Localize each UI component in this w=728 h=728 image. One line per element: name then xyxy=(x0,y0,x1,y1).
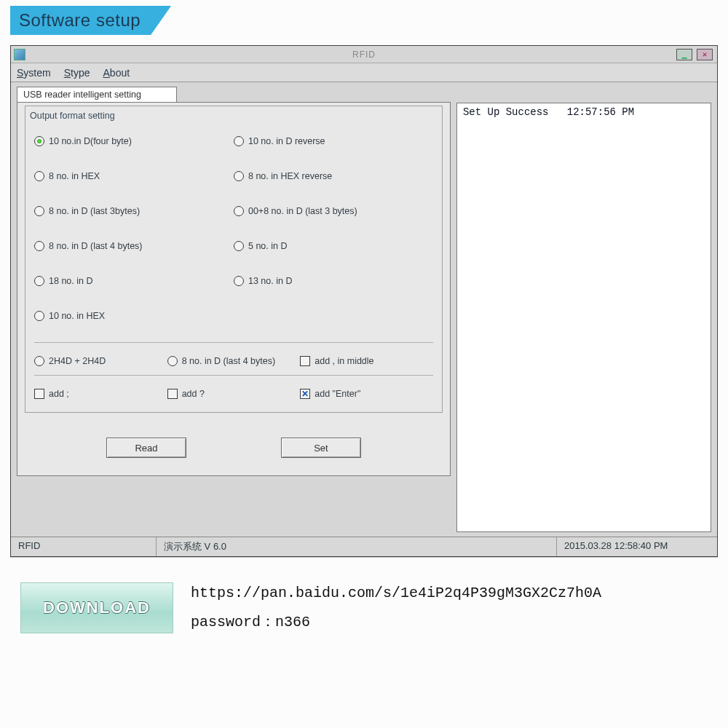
minimize-button[interactable]: ▁ xyxy=(676,49,692,60)
password-label: password： xyxy=(191,614,275,630)
check-add-comma-middle[interactable] xyxy=(300,356,310,366)
password-value: n366 xyxy=(275,614,310,630)
read-button[interactable]: Read xyxy=(106,438,186,458)
menu-system[interactable]: System xyxy=(17,67,51,79)
menubar: System Stype About xyxy=(11,63,717,82)
radio-label: 10 no. in HEX xyxy=(49,311,105,321)
download-url: https://pan.baidu.com/s/1e4iP2q4P39gM3GX… xyxy=(191,579,601,608)
panel-main: Output format setting 10 no.in D(four by… xyxy=(17,102,451,476)
radio-label: 8 no. in D (last 4 bytes) xyxy=(182,356,276,366)
window-title: RFID xyxy=(352,50,376,60)
radio-10d-reverse[interactable] xyxy=(234,136,244,146)
radio-13d[interactable] xyxy=(234,276,244,286)
radio-10d-4byte[interactable] xyxy=(34,136,44,146)
check-label: add , in middle xyxy=(314,356,373,366)
check-add-qmark[interactable] xyxy=(167,389,178,399)
radio-00-8d-last3[interactable] xyxy=(234,206,244,216)
menu-stype[interactable]: Stype xyxy=(64,67,90,79)
radio-8d-last3[interactable] xyxy=(34,206,44,216)
status-mid: 演示系统 V 6.0 xyxy=(157,537,557,556)
window-buttons: ▁ ✕ xyxy=(676,49,717,60)
check-add-enter[interactable]: ✕ xyxy=(300,389,310,399)
check-add-semicolon[interactable] xyxy=(34,389,44,399)
download-info: https://pan.baidu.com/s/1e4iP2q4P39gM3GX… xyxy=(191,579,601,637)
radio-label: 13 no. in D xyxy=(248,276,292,286)
radio-10hex[interactable] xyxy=(34,311,44,321)
group-output-format: Output format setting 10 no.in D(four by… xyxy=(25,106,443,413)
radio-5d[interactable] xyxy=(234,241,244,251)
status-left: RFID xyxy=(11,537,157,556)
app-icon xyxy=(14,49,25,60)
radio-label: 8 no. in D (last 4 bytes) xyxy=(49,241,143,251)
app-window: RFID ▁ ✕ System Stype About USB reader i… xyxy=(10,45,718,557)
radio-label: 00+8 no. in D (last 3 bytes) xyxy=(248,206,357,216)
radio-label: 8 no. in D (last 3bytes) xyxy=(49,206,140,216)
check-label: add ; xyxy=(49,389,69,399)
close-button[interactable]: ✕ xyxy=(697,49,713,60)
radio-label: 8 no. in HEX reverse xyxy=(248,171,332,181)
radio-18d[interactable] xyxy=(34,276,44,286)
radio-8hex[interactable] xyxy=(34,171,44,181)
status-right: 2015.03.28 12:58:40 PM xyxy=(557,537,717,556)
radio-label: 10 no.in D(four byte) xyxy=(49,136,132,146)
section-heading: Software setup xyxy=(10,6,171,35)
download-button[interactable]: DOWNLOAD xyxy=(20,582,173,633)
section-heading-text: Software setup xyxy=(10,6,171,35)
radio-2h4d-2h4d[interactable] xyxy=(34,356,44,366)
log-time: 12:57:56 PM xyxy=(567,106,634,529)
log-panel: Set Up Success 12:57:56 PM xyxy=(456,103,711,532)
check-label: add ? xyxy=(182,389,205,399)
radio-8d-last4b[interactable] xyxy=(167,356,178,366)
radio-label: 8 no. in HEX xyxy=(49,171,100,181)
menu-about[interactable]: About xyxy=(103,67,130,79)
set-button[interactable]: Set xyxy=(281,438,361,458)
radio-label: 10 no. in D reverse xyxy=(248,136,325,146)
radio-8hex-reverse[interactable] xyxy=(234,171,244,181)
statusbar: RFID 演示系统 V 6.0 2015.03.28 12:58:40 PM xyxy=(11,537,717,556)
radio-8d-last4[interactable] xyxy=(34,241,44,251)
tab-usb-reader[interactable]: USB reader intelligent setting xyxy=(17,87,177,102)
group-title: Output format setting xyxy=(25,111,442,124)
check-label: add "Enter" xyxy=(314,389,360,399)
titlebar: RFID ▁ ✕ xyxy=(11,46,717,63)
radio-label: 2H4D + 2H4D xyxy=(49,356,106,366)
radio-label: 18 no. in D xyxy=(49,276,92,286)
radio-label: 5 no. in D xyxy=(248,241,288,251)
log-msg: Set Up Success xyxy=(463,106,549,529)
